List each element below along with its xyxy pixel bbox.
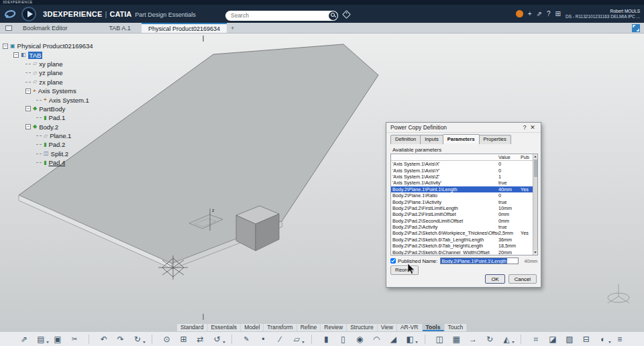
tree-item-pad-2[interactable]: ▮Pad.2 — [3, 140, 93, 149]
tree-item-zx-plane[interactable]: ▱zx plane — [3, 78, 93, 86]
update-icon[interactable]: ↻ — [132, 334, 143, 345]
hole-icon[interactable]: ◉ — [354, 334, 365, 345]
close-icon[interactable]: ✕ — [529, 124, 537, 131]
param-row[interactable]: 'Axis System.1\Axis\X'0 — [391, 161, 537, 167]
ribbon-tab-essentials[interactable]: Essentials — [207, 324, 241, 331]
ribbon-tab-standard[interactable]: Standard — [177, 324, 208, 331]
tree-item-axis-system-1[interactable]: +Axis System.1 — [3, 95, 93, 104]
zoom-fit-icon[interactable]: ⊞ — [178, 334, 189, 345]
tab-inputs[interactable]: Inputs — [420, 135, 443, 144]
ribbon-tab-ar-vr[interactable]: AR-VR — [397, 324, 422, 331]
ribbon-tab-touch[interactable]: Touch — [444, 324, 467, 331]
tree-item-split-2[interactable]: ◫Split.2 — [3, 150, 93, 158]
cut-icon[interactable]: ✂ — [69, 334, 80, 345]
search-input[interactable] — [225, 12, 329, 19]
param-row[interactable]: Body.2\Pad.2\Sketch.6\Tab_Height\Length1… — [391, 243, 537, 249]
pocket-icon[interactable]: ▯ — [337, 334, 348, 345]
redo-icon[interactable]: ↷ — [115, 334, 126, 345]
settings-icon[interactable]: ≡ — [614, 334, 625, 345]
tree-item-yz-plane[interactable]: ▱yz plane — [3, 68, 93, 77]
reorder-button[interactable]: Reorder — [390, 266, 419, 275]
display-mode-icon[interactable]: ◐ — [598, 334, 608, 345]
copy-icon[interactable]: ▣ — [52, 334, 63, 345]
add-icon[interactable]: + — [528, 5, 532, 23]
collapse-icon[interactable] — [25, 89, 31, 94]
tab-tab-a1[interactable]: TAB A.1 — [103, 23, 138, 33]
ok-button[interactable]: OK — [485, 274, 504, 284]
tree-item-tab[interactable]: ◧TAB — [3, 50, 93, 59]
dialog-titlebar[interactable]: Power Copy Definition ? ✕ — [386, 123, 541, 133]
param-row[interactable]: 'Axis System.1\Axis\Z'1 — [391, 174, 537, 180]
translate-icon[interactable]: → — [468, 334, 478, 345]
tab-parameters[interactable]: Parameters — [443, 134, 480, 143]
dialog-help-icon[interactable]: ? — [521, 124, 529, 131]
param-row[interactable]: Body.2\Pad.2\Sketch.6\Channel_Width\Offs… — [391, 249, 537, 255]
3dexperience-compass-icon[interactable] — [21, 7, 36, 21]
workspace-icon[interactable] — [5, 25, 12, 31]
ribbon-tab-structure[interactable]: Structure — [347, 324, 378, 331]
ribbon-tab-review[interactable]: Review — [321, 324, 347, 331]
undo-icon[interactable]: ↶ — [99, 334, 109, 345]
param-row[interactable]: Body.2\Pad.2\Activitytrue — [391, 224, 537, 230]
tree-item-plane-1[interactable]: ▱Plane.1 — [3, 131, 93, 140]
apps-grid-icon[interactable]: ⊞ — [555, 5, 561, 23]
tab-physical-product[interactable]: Physical Product02169634 — [142, 23, 227, 33]
rotate-icon[interactable]: ↻ — [484, 334, 495, 345]
tree-item-pad-1[interactable]: ▮Pad.1 — [3, 113, 93, 122]
collapse-icon[interactable] — [3, 44, 8, 49]
sketch-icon[interactable]: ✎ — [241, 334, 252, 345]
avatar[interactable] — [516, 10, 523, 17]
pan-icon[interactable]: ⇄ — [195, 334, 206, 345]
tree-item-root[interactable]: ▣Physical Product02169634 — [3, 42, 93, 50]
search-icon[interactable]: ⊙ — [162, 334, 172, 345]
tree-item-partbody[interactable]: ◆PartBody — [3, 105, 93, 113]
param-row[interactable]: 'Axis System.1\Activity'true — [391, 180, 537, 186]
ribbon-tab-view[interactable]: View — [378, 324, 397, 331]
rotate-view-icon[interactable]: ↺ — [212, 334, 223, 345]
tag-icon[interactable] — [342, 10, 351, 19]
plane-icon[interactable]: ▱ — [291, 334, 302, 345]
param-row[interactable]: Body.2\Plane.1\Activitytrue — [391, 198, 537, 205]
search-icon[interactable] — [329, 11, 337, 20]
view-compass-icon[interactable] — [608, 284, 629, 303]
grid-icon[interactable]: ⊟ — [581, 334, 592, 345]
tab-bookmark-editor[interactable]: Bookmark Editor — [16, 23, 74, 33]
tab-definition[interactable]: Definition — [390, 135, 421, 144]
scroll-down-icon[interactable] — [533, 250, 538, 255]
share-icon[interactable]: ⇗ — [537, 5, 542, 23]
shell-icon[interactable]: ◧ — [405, 334, 415, 345]
scrollbar-thumb[interactable] — [534, 160, 538, 177]
help-icon[interactable]: ? — [547, 5, 551, 23]
cancel-button[interactable]: Cancel — [508, 274, 537, 284]
scroll-up-icon[interactable] — [533, 154, 538, 159]
line-icon[interactable]: ∕ — [274, 334, 285, 345]
tab-properties[interactable]: Properties — [479, 135, 511, 144]
print-icon[interactable]: ▤ — [36, 334, 46, 345]
mirror-icon[interactable]: ◫ — [434, 334, 445, 345]
split-icon[interactable]: ◭ — [501, 334, 512, 345]
param-row[interactable]: 'Axis System.1\Axis\Y'0 — [391, 167, 537, 173]
tree-item-axis-systems[interactable]: +Axis Systems — [3, 86, 93, 95]
chamfer-icon[interactable]: ◢ — [388, 334, 398, 345]
share-icon[interactable]: ⇗ — [19, 334, 30, 345]
param-row[interactable]: Body.2\Pad.2\SecondLimit\Offset0mm — [391, 218, 537, 224]
point-icon[interactable]: • — [258, 334, 268, 345]
fillet-icon[interactable]: ◠ — [371, 334, 382, 345]
param-row-selected[interactable]: Body.2\Plane.1\Point.1\Length40mmYes — [391, 186, 537, 192]
param-row[interactable]: Body.2\Pad.2\FirstLimit\Length10mm — [391, 205, 537, 211]
published-name-input[interactable]: Body.2\Plane.1\Point.1\Length — [440, 257, 519, 264]
fullscreen-icon[interactable] — [632, 24, 640, 32]
param-row[interactable]: Body.2\Plane.1\Ratio0 — [391, 192, 537, 198]
ribbon-tab-tools[interactable]: Tools — [422, 324, 444, 331]
tree-item-body-2[interactable]: ◆Body.2 — [3, 123, 93, 131]
published-name-checkbox[interactable] — [390, 258, 396, 264]
measure-icon[interactable]: ⌗ — [531, 334, 541, 345]
param-row[interactable]: Body.2\Pad.2\Sketch.6\Tab_Length\Length3… — [391, 237, 537, 243]
new-tab-button[interactable]: + — [227, 23, 238, 33]
tree-item-pad-4[interactable]: ▮Pad.4 — [3, 158, 93, 167]
material-icon[interactable]: ▨ — [564, 334, 575, 345]
param-row[interactable]: Body.2\Pad.2\Sketch.6\Workpiece_Thicknes… — [391, 230, 537, 236]
section-icon[interactable]: ◪ — [547, 334, 558, 345]
3d-viewport[interactable]: z ▣Physical Product02169634 — [0, 34, 644, 346]
ribbon-tab-model[interactable]: Model — [241, 324, 264, 331]
